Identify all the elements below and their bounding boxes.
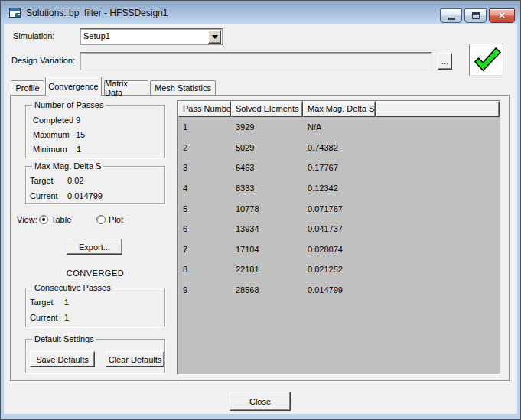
solutions-dialog: Solutions: bp_filter - HFSSDesign1 ✕ Sim…	[0, 0, 521, 420]
simulation-label: Simulation:	[13, 31, 54, 41]
delta-current-label: Current	[30, 191, 58, 200]
minimize-button[interactable]	[440, 8, 462, 23]
cell-delta: 0.041737	[303, 224, 376, 233]
table-row: 7 17104 0.028074	[178, 239, 500, 260]
cell-elements: 13934	[231, 224, 303, 233]
apply-check-button[interactable]	[469, 44, 503, 76]
consecutive-passes-legend: Consecutive Passes	[32, 283, 113, 292]
cell-elements: 8333	[231, 184, 303, 193]
convergence-status: CONVERGED	[25, 269, 165, 278]
max-mag-delta-s-legend: Max Mag. Delta S	[32, 161, 103, 171]
consecutive-current-label: Current	[30, 313, 58, 322]
maximum-label: Maximum	[33, 130, 70, 139]
simulation-select[interactable]: Setup1	[80, 28, 223, 45]
cell-pass: 6	[178, 224, 231, 233]
cell-elements: 6463	[231, 163, 303, 172]
title-bar[interactable]: Solutions: bp_filter - HFSSDesign1 ✕	[1, 1, 520, 24]
table-header-row: Pass Number Solved Elements Max Mag. Del…	[178, 101, 500, 117]
delta-target-label: Target	[30, 176, 54, 185]
checkmark-icon	[472, 47, 501, 73]
dropdown-arrow-icon[interactable]	[208, 30, 221, 44]
view-label: View:	[17, 215, 37, 224]
cell-delta: 0.071767	[303, 204, 376, 213]
table-row: 3 6463 0.17767	[178, 158, 500, 178]
tab-convergence[interactable]: Convergence	[45, 77, 102, 96]
design-variation-label: Design Variation:	[11, 56, 75, 65]
cell-pass: 2	[178, 143, 231, 152]
cell-delta: N/A	[303, 122, 376, 132]
export-button[interactable]: Export...	[67, 239, 122, 255]
tab-profile-label: Profile	[15, 83, 39, 93]
cell-elements: 5029	[231, 143, 303, 152]
column-header-blank	[376, 101, 500, 117]
default-settings-group: Default Settings Save Defaults Clear Def…	[25, 339, 165, 373]
minimum-value: 1	[77, 145, 81, 154]
cell-pass: 1	[178, 122, 231, 132]
column-header-max-mag-delta-s[interactable]: Max Mag. Delta S	[303, 101, 376, 117]
table-body: 1 3929 N/A 2 5029 0.74382 3 6463 0.17767…	[178, 117, 500, 300]
completed-value: 9	[76, 116, 80, 125]
radio-table[interactable]	[39, 215, 48, 224]
maximum-value: 15	[76, 130, 85, 139]
table-row: 5 10778 0.071767	[178, 198, 500, 219]
delta-target-value: 0.02	[67, 176, 83, 185]
minimum-label: Minimum	[33, 145, 67, 154]
cell-delta: 0.74382	[303, 143, 376, 152]
tab-profile[interactable]: Profile	[11, 80, 44, 95]
tab-matrix-data-label: Matrix Data	[105, 79, 148, 97]
design-variation-field[interactable]	[80, 52, 432, 70]
tab-mesh-statistics[interactable]: Mesh Statistics	[150, 80, 216, 95]
consecutive-current-value: 1	[64, 313, 69, 322]
cell-elements: 22101	[231, 265, 303, 274]
window-title: Solutions: bp_filter - HFSSDesign1	[26, 8, 168, 18]
cell-delta: 0.021252	[303, 265, 376, 274]
tab-convergence-label: Convergence	[48, 82, 98, 91]
save-defaults-button[interactable]: Save Defaults	[30, 351, 95, 367]
cell-pass: 7	[178, 245, 231, 254]
minimize-icon	[448, 18, 455, 20]
maximize-icon	[472, 12, 480, 19]
table-row: 6 13934 0.041737	[178, 219, 500, 239]
consecutive-passes-group: Consecutive Passes Target 1 Current 1	[25, 288, 165, 327]
table-row: 9 28568 0.014799	[178, 280, 500, 301]
consecutive-target-label: Target	[30, 298, 54, 307]
completed-label: Completed	[33, 116, 73, 125]
radio-selected-dot	[42, 218, 45, 221]
cell-elements: 17104	[231, 245, 303, 254]
number-of-passes-group: Number of Passes Completed 9 Maximum 15 …	[25, 105, 165, 158]
cell-elements: 28568	[231, 285, 303, 295]
table-row: 2 5029 0.74382	[178, 138, 500, 158]
close-button[interactable]: Close	[230, 392, 291, 411]
cell-pass: 5	[178, 204, 231, 213]
cell-delta: 0.17767	[303, 163, 376, 172]
cell-delta: 0.12342	[303, 184, 376, 193]
cell-delta: 0.014799	[303, 285, 376, 295]
column-header-pass-number[interactable]: Pass Number	[178, 101, 231, 117]
maximize-button[interactable]	[464, 8, 487, 23]
table-row: 4 8333 0.12342	[178, 178, 500, 199]
number-of-passes-legend: Number of Passes	[32, 100, 106, 109]
browse-variation-button[interactable]: ...	[438, 53, 452, 70]
radio-table-label[interactable]: Table	[51, 215, 71, 224]
default-settings-legend: Default Settings	[32, 334, 96, 343]
radio-plot-label[interactable]: Plot	[109, 215, 123, 224]
column-header-solved-elements[interactable]: Solved Elements	[231, 101, 303, 117]
clear-defaults-button[interactable]: Clear Defaults	[106, 351, 164, 367]
max-mag-delta-s-group: Max Mag. Delta S Target 0.02 Current 0.0…	[25, 166, 165, 204]
tab-mesh-statistics-label: Mesh Statistics	[155, 83, 211, 93]
convergence-table: Pass Number Solved Elements Max Mag. Del…	[177, 100, 500, 375]
radio-plot[interactable]	[96, 215, 106, 224]
simulation-selected-value: Setup1	[83, 31, 110, 41]
app-icon	[9, 7, 21, 19]
table-row: 1 3929 N/A	[178, 117, 500, 138]
cell-pass: 8	[178, 265, 231, 274]
close-icon: ✕	[498, 11, 505, 20]
close-window-button[interactable]: ✕	[489, 8, 515, 23]
cell-delta: 0.028074	[303, 245, 376, 254]
consecutive-target-value: 1	[64, 298, 69, 307]
cell-pass: 4	[178, 184, 231, 193]
cell-elements: 3929	[231, 122, 303, 132]
tab-matrix-data[interactable]: Matrix Data	[104, 80, 148, 95]
table-row: 8 22101 0.021252	[178, 259, 500, 280]
delta-current-value: 0.014799	[67, 191, 103, 200]
